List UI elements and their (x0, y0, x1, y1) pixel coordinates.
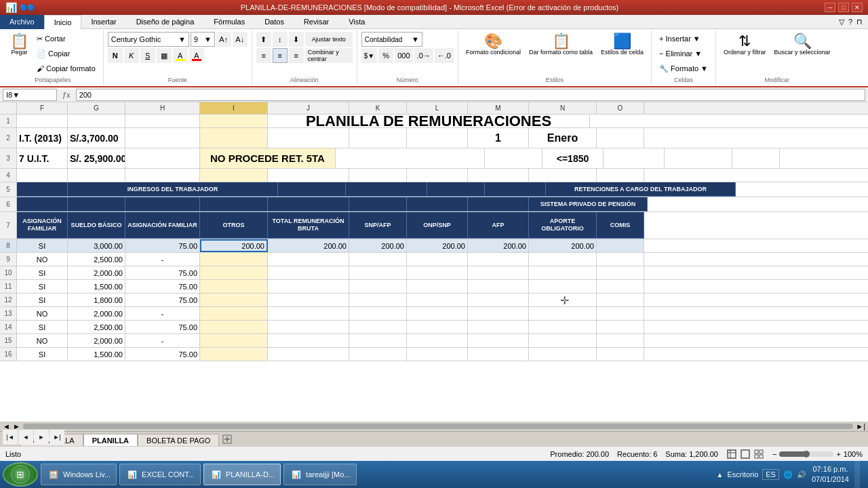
align-left-button[interactable]: ≡ (256, 48, 271, 63)
taskbar-planilla[interactable]: 📊 PLANILLA-D... (203, 464, 281, 485)
cell-J9[interactable] (268, 253, 349, 266)
cell-I4[interactable] (200, 169, 268, 182)
font-size-selector[interactable]: 9 ▼ (191, 32, 215, 47)
zoom-slider[interactable] (779, 451, 833, 457)
cell-L7[interactable]: ONP/SNP (407, 212, 468, 239)
system-clock[interactable]: 07:16 p.m. 07/01/2014 (812, 464, 849, 485)
cell-J10[interactable] (268, 266, 349, 279)
increase-decimal-button[interactable]: .0→ (414, 48, 433, 63)
cell-M14[interactable] (468, 321, 529, 333)
cell-N7[interactable]: APORTE OBLIGATORIO (529, 212, 597, 239)
cell-I1[interactable] (200, 115, 268, 127)
cell-L4[interactable] (407, 169, 468, 182)
cell-M6[interactable] (468, 197, 529, 211)
cell-I14[interactable] (200, 321, 268, 333)
cell-N9[interactable] (529, 253, 597, 266)
cell-N8[interactable]: 200.00 (529, 239, 597, 252)
cell-N4[interactable] (529, 169, 597, 182)
cell-M4[interactable] (468, 169, 529, 182)
cell-F4[interactable] (17, 169, 68, 182)
cell-L15[interactable] (407, 334, 468, 347)
cell-I8[interactable]: 200.00 (200, 239, 268, 252)
cell-H15[interactable]: - (125, 334, 200, 347)
cell-H3[interactable] (125, 148, 200, 168)
cell-G6[interactable] (68, 197, 125, 211)
cell-I2[interactable] (200, 128, 268, 148)
cell-L6[interactable] (407, 197, 468, 211)
col-header-J[interactable]: J (268, 102, 349, 114)
cell-I6[interactable] (200, 197, 268, 211)
format-cells-button[interactable]: 🔧 Formato ▼ (656, 62, 711, 75)
cell-J6[interactable] (268, 197, 349, 211)
menu-diseno[interactable]: Diseño de página (127, 15, 205, 28)
cell-G7[interactable]: SUELDO BÁSICO (68, 212, 125, 239)
cell-K16[interactable] (349, 348, 407, 361)
menu-formulas[interactable]: Fórmulas (204, 15, 255, 28)
cell-H4[interactable] (125, 169, 200, 182)
cell-K15[interactable] (349, 334, 407, 347)
scroll-end-btn[interactable]: ►| (856, 422, 865, 430)
cell-N3[interactable] (665, 148, 732, 168)
cell-O2[interactable] (597, 128, 644, 148)
cell-J4[interactable] (268, 169, 349, 182)
format-painter-button[interactable]: 🖌Copiar formato (33, 62, 99, 75)
col-header-I[interactable]: I (200, 102, 268, 114)
add-sheet-btn[interactable] (222, 434, 233, 446)
cell-I13[interactable] (200, 307, 268, 320)
cell-G9[interactable]: 2,500.00 (68, 253, 125, 266)
minimize-button[interactable]: ─ (825, 3, 835, 12)
cell-G13[interactable]: 2,000.00 (68, 307, 125, 320)
copy-button[interactable]: 📄Copiar (33, 47, 99, 60)
escritorio-label[interactable]: Escritorio (727, 470, 758, 479)
cell-F6[interactable] (17, 197, 68, 211)
cell-J11[interactable] (268, 280, 349, 293)
cell-H9[interactable]: - (125, 253, 200, 266)
col-header-O[interactable]: O (597, 102, 644, 114)
cell-F5[interactable] (17, 182, 68, 197)
cell-K12[interactable] (349, 293, 407, 306)
cell-J15[interactable] (268, 334, 349, 347)
cell-J5[interactable] (346, 182, 427, 197)
cell-L9[interactable] (407, 253, 468, 266)
col-header-F[interactable]: F (17, 102, 68, 114)
cell-K7[interactable]: SNP/AFP (349, 212, 407, 239)
cell-M2[interactable]: 1 (468, 128, 529, 148)
cell-F2[interactable]: I.T. (2013) (17, 128, 68, 148)
cell-M16[interactable] (468, 348, 529, 361)
cell-M8[interactable]: 200.00 (468, 239, 529, 252)
zoom-out-btn[interactable]: − (772, 450, 776, 458)
cell-I5[interactable] (278, 182, 346, 197)
cell-N2[interactable]: Enero (529, 128, 597, 148)
cell-F3[interactable]: 7 U.I.T. (17, 148, 68, 168)
cell-K10[interactable] (349, 266, 407, 279)
cell-K13[interactable] (349, 307, 407, 320)
cell-N14[interactable] (529, 321, 597, 333)
cut-button[interactable]: ✂Cortar (33, 32, 99, 45)
col-header-K[interactable]: K (349, 102, 407, 114)
cell-L8[interactable]: 200.00 (407, 239, 468, 252)
keyboard-layout[interactable]: ES (762, 469, 779, 480)
cell-F1[interactable] (17, 115, 68, 127)
font-name-selector[interactable]: Century Gothic ▼ (108, 32, 189, 47)
cell-H10[interactable]: 75.00 (125, 266, 200, 279)
cell-L12[interactable] (407, 293, 468, 306)
cell-G1[interactable] (68, 115, 125, 127)
cell-H1[interactable] (125, 115, 200, 127)
number-format-selector[interactable]: Contabilidad ▼ (361, 32, 422, 47)
bold-button[interactable]: N (108, 48, 123, 63)
cell-H13[interactable]: - (125, 307, 200, 320)
cell-F16[interactable]: SI (17, 348, 68, 361)
cell-N12[interactable]: ✛ (529, 293, 597, 306)
cell-K6[interactable] (349, 197, 407, 211)
sheet-nav-prev[interactable]: ◄ (18, 430, 33, 445)
cell-M10[interactable] (468, 266, 529, 279)
taskbar-excel-cont[interactable]: 📊 EXCEL CONT... (119, 464, 201, 485)
cell-K9[interactable] (349, 253, 407, 266)
cell-O13[interactable] (597, 307, 644, 320)
fill-color-button[interactable]: A (173, 48, 188, 63)
menu-archivo[interactable]: Archivo (0, 15, 44, 29)
menu-revisar[interactable]: Revisar (294, 15, 339, 28)
cell-styles-button[interactable]: 🟦 Estilos de celda (597, 32, 647, 59)
sheet-nav-next[interactable]: ► (34, 430, 49, 445)
cell-G11[interactable]: 1,500.00 (68, 280, 125, 293)
